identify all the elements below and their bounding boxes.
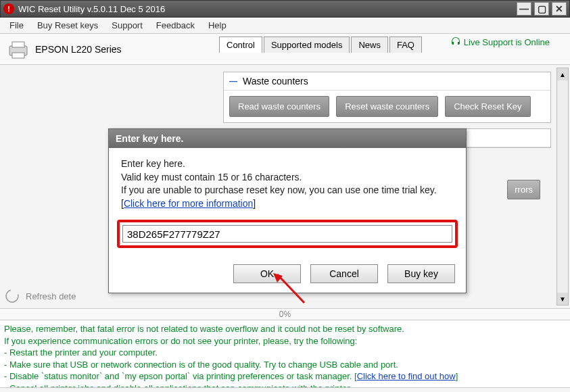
progress-label: 0% bbox=[279, 310, 291, 319]
menu-help[interactable]: Help bbox=[203, 19, 232, 32]
printer-name: EPSON L220 Series bbox=[35, 44, 122, 55]
log-line: - Restart the printer and your computer. bbox=[4, 347, 566, 359]
tab-news[interactable]: News bbox=[351, 36, 388, 53]
log-line: If you experience communication errors o… bbox=[4, 335, 566, 347]
panel-waste-counters: — Waste counters Read waste counters Res… bbox=[223, 72, 551, 123]
log-line: Please, remember, that fatal error is no… bbox=[4, 323, 566, 335]
toolbar-row: EPSON L220 Series Control Supported mode… bbox=[0, 34, 570, 65]
live-support-link[interactable]: Live Support is Online bbox=[450, 36, 550, 47]
dialog-text-line: Enter key here. bbox=[121, 157, 454, 171]
progress-bar: 0% bbox=[0, 308, 570, 320]
statusbar: www.fatalerrors.info stan). Waste counte… bbox=[0, 388, 570, 392]
enter-key-dialog: Enter key here. Enter key here. Valid ke… bbox=[108, 128, 467, 293]
buy-key-button[interactable]: Buy key bbox=[387, 264, 455, 283]
log-line: - Disable `status monitor` and `my epson… bbox=[4, 370, 566, 383]
headset-icon bbox=[450, 36, 461, 47]
cancel-button[interactable]: Cancel bbox=[310, 264, 378, 283]
refresh-label: Refresh dete bbox=[26, 291, 76, 301]
dialog-more-info-link[interactable]: Click here for more information bbox=[124, 198, 253, 209]
errors-button-partial[interactable]: rrors bbox=[507, 180, 540, 199]
log-area: Please, remember, that fatal error is no… bbox=[0, 320, 570, 388]
menu-buy-reset-keys[interactable]: Buy Reset keys bbox=[32, 19, 103, 32]
app-icon: ! bbox=[3, 3, 14, 14]
log-line: - Make sure that USB or network connecti… bbox=[4, 359, 566, 371]
scroll-up-arrow[interactable]: ▲ bbox=[557, 68, 568, 80]
menu-file[interactable]: File bbox=[4, 19, 29, 32]
menubar: File Buy Reset keys Support Feedback Hel… bbox=[0, 18, 570, 34]
window-title: WIC Reset Utility v.5.0.11 Dec 5 2016 bbox=[18, 4, 517, 14]
dialog-text-line: If you are unable to purchase reset key … bbox=[121, 184, 454, 210]
vertical-scrollbar[interactable]: ▲ ▼ bbox=[556, 68, 569, 305]
dialog-body: Enter key here. Valid key must contain 1… bbox=[109, 148, 466, 259]
tab-control[interactable]: Control bbox=[219, 36, 262, 53]
printer-icon bbox=[7, 39, 30, 59]
menu-support[interactable]: Support bbox=[106, 19, 148, 32]
collapse-icon: — bbox=[229, 76, 237, 86]
log-link-find-out-how[interactable]: Click here to find out how bbox=[357, 371, 456, 381]
minimize-button[interactable]: — bbox=[517, 2, 531, 16]
svg-rect-2 bbox=[12, 53, 24, 58]
tab-faq[interactable]: FAQ bbox=[389, 36, 422, 53]
live-support-label: Live Support is Online bbox=[464, 37, 550, 47]
panel-waste-header[interactable]: — Waste counters bbox=[224, 72, 550, 91]
ok-button[interactable]: OK bbox=[233, 264, 301, 283]
refresh-row: Refresh dete bbox=[5, 289, 76, 303]
read-waste-counters-button[interactable]: Read waste counters bbox=[229, 96, 329, 117]
key-input-highlight bbox=[117, 220, 458, 248]
check-reset-key-button[interactable]: Check Reset Key bbox=[445, 96, 530, 117]
reset-waste-counters-button[interactable]: Reset waste counters bbox=[336, 96, 438, 117]
menu-feedback[interactable]: Feedback bbox=[151, 19, 200, 32]
log-line: - Cancel all printer jobs and disable al… bbox=[4, 383, 566, 388]
titlebar: ! WIC Reset Utility v.5.0.11 Dec 5 2016 … bbox=[0, 0, 570, 18]
maximize-button[interactable]: ▢ bbox=[534, 2, 549, 16]
panel-waste-title: Waste counters bbox=[243, 76, 308, 87]
svg-rect-1 bbox=[12, 42, 24, 47]
tab-supported-models[interactable]: Supported models bbox=[264, 36, 350, 53]
refresh-icon[interactable] bbox=[3, 287, 21, 305]
printer-block: EPSON L220 Series bbox=[0, 34, 216, 64]
dialog-title: Enter key here. bbox=[109, 129, 466, 148]
dialog-text-line: Valid key must contain 15 or 16 characte… bbox=[121, 171, 454, 185]
close-button[interactable]: ✕ bbox=[552, 2, 567, 16]
scroll-down-arrow[interactable]: ▼ bbox=[557, 293, 568, 305]
tabs-area: Control Supported models News FAQ Live S… bbox=[216, 34, 570, 64]
reset-key-input[interactable] bbox=[122, 225, 452, 243]
